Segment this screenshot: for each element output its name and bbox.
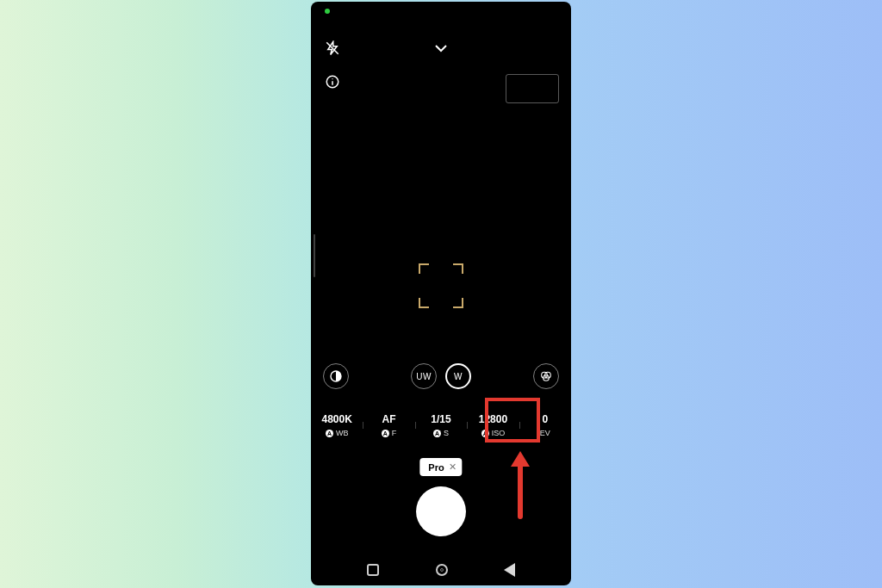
param-focus-label: AF bbox=[382, 429, 397, 437]
param-wb[interactable]: 4800K AWB bbox=[311, 413, 363, 437]
annotation-arrow-icon bbox=[507, 449, 533, 525]
filters-icon[interactable] bbox=[533, 363, 559, 389]
contrast-icon[interactable] bbox=[323, 363, 349, 389]
mode-label: Pro bbox=[428, 462, 444, 473]
lens-uw-button[interactable]: UW bbox=[411, 363, 437, 389]
lens-w-label: W bbox=[454, 372, 463, 381]
auto-badge-icon: A bbox=[326, 430, 333, 437]
param-iso-label: AISO bbox=[481, 429, 506, 437]
param-focus-value: AF bbox=[382, 413, 396, 425]
param-shutter[interactable]: 1/15 AS bbox=[415, 413, 467, 437]
param-shutter-value: 1/15 bbox=[431, 413, 450, 425]
lens-uw-label: UW bbox=[416, 372, 432, 381]
param-focus[interactable]: AF AF bbox=[363, 413, 414, 437]
svg-point-3 bbox=[332, 78, 332, 79]
camera-top-bar bbox=[311, 38, 571, 62]
pro-params-row: 4800K AWB AF AF 1/15 AS 12800 AISO 0 EV bbox=[311, 401, 571, 449]
param-iso[interactable]: 12800 AISO bbox=[467, 413, 519, 437]
lens-row: UW W bbox=[311, 363, 571, 389]
nav-back-icon[interactable] bbox=[504, 563, 515, 577]
param-ev-label: EV bbox=[540, 429, 550, 437]
shutter-button[interactable] bbox=[416, 486, 466, 536]
nav-home-icon[interactable] bbox=[436, 564, 448, 576]
mode-pill[interactable]: Pro ✕ bbox=[419, 458, 462, 476]
focus-reticle bbox=[419, 263, 463, 308]
auto-badge-icon: A bbox=[382, 430, 389, 437]
param-ev[interactable]: 0 EV bbox=[519, 413, 571, 437]
auto-badge-icon: A bbox=[481, 430, 489, 437]
status-recording-dot bbox=[325, 9, 330, 14]
svg-marker-9 bbox=[511, 451, 530, 467]
phone-screen: UW W 4800K AWB AF AF 1/15 AS 12800 bbox=[311, 2, 571, 585]
auto-badge-icon: A bbox=[433, 430, 441, 437]
param-ev-value: 0 bbox=[542, 413, 548, 425]
close-icon[interactable]: ✕ bbox=[449, 461, 457, 473]
chevron-down-icon[interactable] bbox=[432, 42, 450, 58]
param-wb-value: 4800K bbox=[322, 413, 352, 425]
exposure-scroll-indicator bbox=[314, 234, 315, 277]
android-nav-bar bbox=[311, 563, 571, 577]
info-row bbox=[311, 74, 571, 105]
page-background: UW W 4800K AWB AF AF 1/15 AS 12800 bbox=[0, 0, 882, 588]
param-wb-label: AWB bbox=[326, 429, 349, 437]
param-shutter-label: AS bbox=[433, 429, 449, 437]
nav-recents-icon[interactable] bbox=[367, 564, 379, 576]
info-icon[interactable] bbox=[325, 74, 340, 93]
flash-off-icon[interactable] bbox=[325, 40, 340, 59]
param-iso-value: 12800 bbox=[479, 413, 507, 425]
histogram-preview-box[interactable] bbox=[506, 74, 559, 103]
lens-w-button[interactable]: W bbox=[445, 363, 471, 389]
